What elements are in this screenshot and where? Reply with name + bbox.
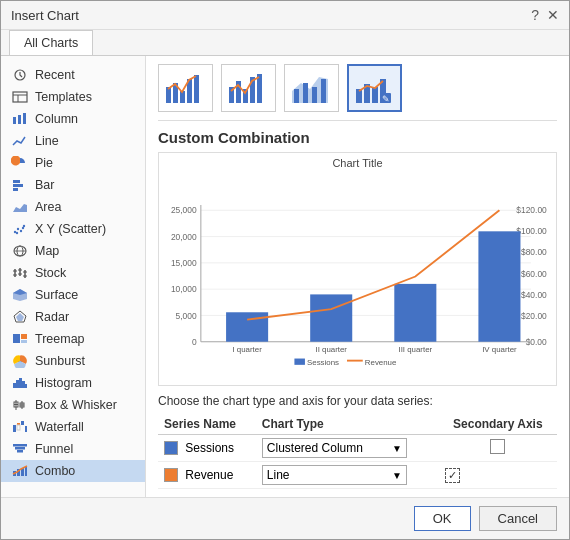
box-icon [11, 398, 29, 412]
svg-text:Revenue: Revenue [365, 358, 397, 367]
treemap-icon [11, 332, 29, 346]
sidebar-item-map[interactable]: Map [1, 240, 145, 262]
svg-rect-105 [478, 231, 520, 341]
svg-text:$80.00: $80.00 [521, 247, 547, 257]
funnel-icon [11, 442, 29, 456]
svg-text:$40.00: $40.00 [521, 290, 547, 300]
revenue-chart-type-select[interactable]: Line ▼ [262, 465, 407, 485]
svg-text:20,000: 20,000 [171, 232, 197, 242]
series-name-revenue: Revenue [158, 462, 256, 489]
cancel-button[interactable]: Cancel [479, 506, 557, 531]
help-icon[interactable]: ? [531, 7, 539, 23]
chart-type-row: ✎ [158, 64, 557, 121]
chart-thumb-3[interactable] [284, 64, 339, 112]
svg-text:25,000: 25,000 [171, 205, 197, 215]
series-chart-type-revenue: Line ▼ [256, 462, 439, 489]
sessions-chart-type-select[interactable]: Clustered Column ▼ [262, 438, 407, 458]
dialog-title: Insert Chart [11, 8, 79, 23]
sidebar-item-radar[interactable]: Radar [1, 306, 145, 328]
data-series-label: Choose the chart type and axis for your … [158, 394, 557, 408]
sidebar-item-sunburst[interactable]: Sunburst [1, 350, 145, 372]
pie-icon [11, 156, 29, 170]
sidebar: Recent Templates Column Line Pie [1, 56, 146, 497]
sidebar-item-stock[interactable]: Stock [1, 262, 145, 284]
close-icon[interactable]: ✕ [547, 7, 559, 23]
sidebar-item-xy[interactable]: X Y (Scatter) [1, 218, 145, 240]
svg-text:$60.00: $60.00 [521, 269, 547, 279]
series-chart-type-sessions: Clustered Column ▼ [256, 435, 439, 462]
svg-rect-38 [16, 380, 19, 388]
series-color-sessions [164, 441, 178, 455]
sidebar-item-treemap[interactable]: Treemap [1, 328, 145, 350]
sidebar-label-funnel: Funnel [35, 442, 73, 456]
sidebar-label-histogram: Histogram [35, 376, 92, 390]
secondary-axis-checkbox-sessions[interactable] [490, 439, 505, 454]
col-header-secondary-axis: Secondary Axis [439, 414, 557, 435]
svg-text:Sessions: Sessions [307, 358, 339, 367]
stock-icon [11, 266, 29, 280]
dropdown-arrow-sessions[interactable]: ▼ [392, 443, 402, 454]
sidebar-item-box[interactable]: Box & Whisker [1, 394, 145, 416]
sidebar-item-column[interactable]: Column [1, 108, 145, 130]
sidebar-label-waterfall: Waterfall [35, 420, 84, 434]
sidebar-label-sunburst: Sunburst [35, 354, 85, 368]
sidebar-item-histogram[interactable]: Histogram [1, 372, 145, 394]
sidebar-item-waterfall[interactable]: Waterfall [1, 416, 145, 438]
svg-text:5,000: 5,000 [176, 311, 197, 321]
svg-rect-72 [303, 83, 308, 103]
title-bar-controls: ? ✕ [531, 7, 559, 23]
svg-rect-4 [13, 117, 16, 124]
sidebar-label-recent: Recent [35, 68, 75, 82]
svg-text:I quarter: I quarter [232, 345, 262, 354]
series-name-sessions: Sessions [158, 435, 256, 462]
sidebar-item-bar[interactable]: Bar [1, 174, 145, 196]
svg-rect-39 [19, 378, 22, 388]
svg-rect-52 [25, 426, 27, 432]
sidebar-label-templates: Templates [35, 90, 92, 104]
svg-text:$100.00: $100.00 [516, 226, 547, 236]
sidebar-item-surface[interactable]: Surface [1, 284, 145, 306]
dropdown-arrow-revenue[interactable]: ▼ [392, 470, 402, 481]
sidebar-label-area: Area [35, 200, 61, 214]
col-header-series: Series Name [158, 414, 256, 435]
svg-point-15 [16, 232, 18, 234]
svg-rect-41 [25, 384, 27, 388]
chart-thumb-4[interactable]: ✎ [347, 64, 402, 112]
svg-rect-6 [23, 113, 26, 124]
svg-rect-64 [194, 75, 199, 103]
svg-marker-10 [13, 204, 27, 212]
sidebar-item-templates[interactable]: Templates [1, 86, 145, 108]
sidebar-item-area[interactable]: Area [1, 196, 145, 218]
main-content: ✎ Custom Combination Chart Title 25,000 … [146, 56, 569, 497]
svg-rect-54 [15, 447, 25, 450]
svg-rect-50 [17, 425, 20, 430]
svg-text:III quarter: III quarter [398, 345, 432, 354]
sidebar-item-combo[interactable]: Combo [1, 460, 145, 482]
recent-icon [11, 68, 29, 82]
sidebar-item-line[interactable]: Line [1, 130, 145, 152]
svg-rect-73 [312, 87, 317, 103]
svg-rect-7 [13, 180, 20, 183]
map-icon [11, 244, 29, 258]
chart-thumb-2[interactable] [221, 64, 276, 112]
histogram-icon [11, 376, 29, 390]
sidebar-label-surface: Surface [35, 288, 78, 302]
svg-text:✎: ✎ [382, 94, 390, 104]
sidebar-item-pie[interactable]: Pie [1, 152, 145, 174]
svg-point-13 [20, 230, 22, 232]
secondary-axis-checkbox-revenue[interactable]: ✓ [445, 468, 460, 483]
sidebar-item-recent[interactable]: Recent [1, 64, 145, 86]
svg-marker-32 [16, 313, 24, 321]
chart-thumb-1[interactable] [158, 64, 213, 112]
svg-rect-40 [22, 381, 25, 388]
tab-all-charts[interactable]: All Charts [9, 30, 93, 55]
sidebar-item-funnel[interactable]: Funnel [1, 438, 145, 460]
svg-rect-8 [13, 184, 23, 187]
insert-chart-dialog: Insert Chart ? ✕ All Charts Recent Templ… [0, 0, 570, 540]
ok-button[interactable]: OK [414, 506, 471, 531]
svg-text:15,000: 15,000 [171, 258, 197, 268]
sunburst-icon [11, 354, 29, 368]
dialog-footer: OK Cancel [1, 497, 569, 539]
sidebar-label-xy: X Y (Scatter) [35, 222, 106, 236]
svg-rect-5 [18, 115, 21, 124]
